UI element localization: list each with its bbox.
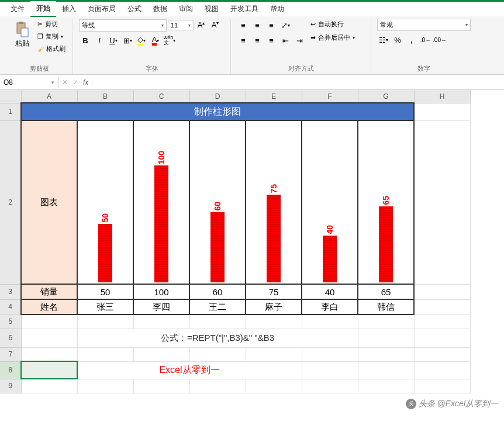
data-cell[interactable]: 李四	[133, 299, 189, 315]
cell[interactable]	[358, 361, 414, 379]
title-cell[interactable]: 制作柱形图	[21, 103, 414, 120]
data-cell[interactable]: 麻子	[246, 299, 302, 315]
sales-label-cell[interactable]: 销量	[21, 284, 77, 299]
format-painter-button[interactable]: 🖌 格式刷	[36, 43, 67, 54]
menu-help[interactable]: 帮助	[264, 2, 290, 16]
cell[interactable]	[189, 379, 246, 393]
cell[interactable]	[358, 315, 414, 329]
align-center-button[interactable]: ≡	[251, 34, 264, 47]
border-button[interactable]: ⊞▾	[121, 34, 134, 47]
chart-bar-cell[interactable]: 60	[189, 120, 246, 284]
comma-button[interactable]: ,	[405, 33, 418, 46]
name-label-cell[interactable]: 姓名	[21, 299, 77, 315]
align-right-button[interactable]: ≡	[265, 34, 278, 47]
phonetic-button[interactable]: wén文▾	[163, 34, 176, 47]
col-header[interactable]: H	[414, 90, 470, 103]
menu-view[interactable]: 视图	[199, 2, 225, 16]
row-header[interactable]: 9	[0, 379, 21, 393]
cell[interactable]	[302, 315, 358, 329]
chart-bar-cell[interactable]: 100	[133, 120, 189, 284]
cell[interactable]	[133, 315, 189, 329]
row-header[interactable]: 8	[0, 361, 21, 379]
underline-button[interactable]: U▾	[107, 34, 120, 47]
chart-bar-cell[interactable]: 65	[358, 120, 414, 284]
cell[interactable]	[302, 361, 358, 379]
row-header[interactable]: 7	[0, 347, 21, 361]
font-size-combo[interactable]: 11 ▾	[168, 20, 194, 30]
cell[interactable]	[133, 379, 189, 393]
data-cell[interactable]: 王二	[189, 299, 246, 315]
cell[interactable]	[414, 379, 470, 393]
cell[interactable]	[77, 347, 133, 361]
menu-data[interactable]: 数据	[147, 2, 173, 16]
row-header[interactable]: 5	[0, 315, 21, 329]
cell[interactable]	[358, 347, 414, 361]
decrease-indent-button[interactable]: ⇤	[279, 34, 292, 47]
cell[interactable]	[302, 347, 358, 361]
row-header[interactable]: 6	[0, 329, 21, 347]
cell[interactable]	[189, 315, 246, 329]
decrease-decimal-button[interactable]: .00→	[433, 33, 446, 46]
font-color-button[interactable]: A▾	[149, 34, 162, 47]
align-bottom-button[interactable]: ≡	[265, 19, 278, 32]
credit-cell[interactable]: Excel从零到一	[77, 361, 302, 379]
cell[interactable]	[189, 347, 246, 361]
row-header[interactable]: 1	[0, 103, 21, 120]
cancel-formula-icon[interactable]: ✕	[62, 78, 68, 87]
data-cell[interactable]: 张三	[77, 299, 133, 315]
data-cell[interactable]: 50	[77, 284, 133, 299]
cell[interactable]	[358, 329, 414, 347]
chart-bar-cell[interactable]: 40	[302, 120, 358, 284]
cell[interactable]	[358, 379, 414, 393]
chart-label-cell[interactable]: 图表	[21, 120, 77, 284]
spreadsheet-grid[interactable]: A B C D E F G H 1 制作柱形图 2 图表 50 100 60 7…	[0, 90, 504, 424]
align-middle-button[interactable]: ≡	[251, 19, 264, 32]
merge-center-button[interactable]: ⬌ 合并后居中 ▾	[309, 32, 356, 43]
accounting-format-button[interactable]: ☷▾	[377, 33, 390, 46]
cell[interactable]	[21, 315, 77, 329]
row-header[interactable]: 2	[0, 120, 21, 284]
increase-indent-button[interactable]: ⇥	[293, 34, 306, 47]
col-header[interactable]: E	[246, 90, 302, 103]
wrap-text-button[interactable]: ↩ 自动换行	[309, 19, 356, 30]
col-header[interactable]: A	[21, 90, 77, 103]
data-cell[interactable]: 65	[358, 284, 414, 299]
chart-bar-cell[interactable]: 75	[246, 120, 302, 284]
formula-input[interactable]	[92, 81, 504, 84]
orientation-button[interactable]: ⤢▾	[279, 19, 292, 32]
confirm-formula-icon[interactable]: ✓	[73, 78, 78, 87]
number-format-combo[interactable]: 常规 ▾	[377, 19, 471, 31]
menu-formulas[interactable]: 公式	[122, 2, 147, 16]
cell[interactable]	[133, 347, 189, 361]
align-top-button[interactable]: ≡	[237, 19, 250, 32]
cell[interactable]	[302, 379, 358, 393]
data-cell[interactable]: 韩信	[358, 299, 414, 315]
name-box[interactable]: O8 ▾	[0, 77, 58, 88]
fx-icon[interactable]: fx	[83, 78, 88, 87]
menu-developer[interactable]: 开发工具	[225, 2, 264, 16]
cell[interactable]	[21, 347, 77, 361]
cell[interactable]	[414, 103, 470, 120]
cell[interactable]	[77, 315, 133, 329]
copy-button[interactable]: ❐ 复制 ▾	[36, 31, 67, 42]
data-cell[interactable]: 100	[133, 284, 189, 299]
menu-home[interactable]: 开始	[30, 1, 56, 17]
data-cell[interactable]: 75	[246, 284, 302, 299]
row-header[interactable]: 3	[0, 284, 21, 299]
chart-bar-cell[interactable]: 50	[77, 120, 133, 284]
row-header[interactable]: 4	[0, 299, 21, 315]
cell[interactable]	[77, 379, 133, 393]
col-header[interactable]: C	[133, 90, 189, 103]
cell[interactable]	[414, 299, 470, 315]
cell[interactable]	[21, 379, 77, 393]
cell[interactable]	[414, 329, 470, 347]
select-all-corner[interactable]	[0, 90, 21, 103]
formula-display-cell[interactable]: 公式：=REPT("|",B3)&" "&B3	[77, 329, 358, 347]
menu-review[interactable]: 审阅	[173, 2, 199, 16]
menu-page-layout[interactable]: 页面布局	[82, 2, 122, 16]
cell[interactable]	[21, 329, 77, 347]
percent-button[interactable]: %	[391, 33, 404, 46]
cell[interactable]	[414, 361, 470, 379]
col-header[interactable]: D	[189, 90, 246, 103]
cell[interactable]	[246, 347, 302, 361]
